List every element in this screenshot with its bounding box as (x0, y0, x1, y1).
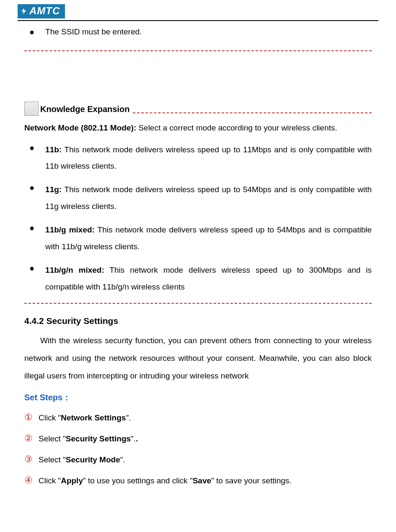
dashed-divider (24, 50, 372, 51)
knowledge-expansion-heading: Knowledge Expansion (24, 102, 372, 116)
step-text: Click "Network Settings". (39, 411, 372, 425)
list-item: ● 11b/g/n mixed: This network mode deliv… (29, 262, 372, 295)
step-1: ① Click "Network Settings". (24, 410, 372, 425)
step-bold: Apply (61, 476, 83, 485)
network-mode-label: Network Mode (802.11 Mode): (24, 123, 136, 132)
set-steps-label: Set Steps： (24, 391, 372, 404)
logo-text: AMTC (29, 5, 60, 16)
header-rule (18, 20, 378, 21)
step-number-icon: ③ (24, 452, 39, 467)
list-item: ● 11b/g mixed: This network mode deliver… (29, 222, 372, 255)
step-3: ③ Select "Security Mode". (24, 452, 372, 467)
bullet-icon: ● (29, 222, 34, 255)
network-mode-intro: Network Mode (802.11 Mode): Select a cor… (24, 122, 372, 134)
bullet-icon: ● (29, 181, 34, 215)
bullet-icon: ● (29, 262, 34, 295)
mode-11b: 11b: This network mode delivers wireless… (45, 141, 372, 175)
page-header: AMTC (0, 0, 396, 20)
list-item: ● 11b: This network mode delivers wirele… (29, 141, 372, 175)
network-mode-list: ● 11b: This network mode delivers wirele… (24, 141, 372, 295)
brand-logo: AMTC (18, 4, 65, 18)
mode-11bg: 11b/g mixed: This network mode delivers … (45, 222, 372, 255)
list-item: ● 11g: This network mode delivers wirele… (29, 181, 372, 215)
dashed-line (133, 112, 372, 113)
step-bold: Network Settings (61, 413, 126, 422)
document-body: ● The SSID must be entered. Knowledge Ex… (0, 26, 396, 488)
step-number-icon: ② (24, 431, 39, 446)
step-bold: Security Mode (66, 455, 120, 464)
ssid-note: ● The SSID must be entered. (24, 26, 372, 38)
step-text: Select "Security Settings".. (39, 432, 372, 446)
step-bold: Security Settings (66, 434, 131, 443)
mode-label: 11g: (45, 185, 62, 194)
mode-label: 11b/g mixed: (45, 225, 95, 234)
step-number-icon: ① (24, 410, 39, 425)
security-intro: With the wireless security function, you… (24, 332, 372, 384)
book-icon (24, 102, 39, 116)
step-2: ② Select "Security Settings".. (24, 431, 372, 446)
bolt-icon (20, 6, 28, 18)
step-number-icon: ④ (24, 473, 39, 488)
mode-label: 11b: (45, 145, 62, 154)
knowledge-title: Knowledge Expansion (40, 102, 129, 116)
section-heading: 4.4.2 Security Settings (24, 314, 372, 328)
network-mode-text: Select a correct mode according to your … (136, 123, 337, 132)
step-text: Select "Security Mode". (39, 453, 372, 467)
step-4: ④ Click "Apply" to use you settings and … (24, 473, 372, 488)
mode-11bgn: 11b/g/n mixed: This network mode deliver… (45, 262, 372, 295)
mode-label: 11b/g/n mixed: (45, 266, 104, 274)
ssid-note-text: The SSID must be entered. (45, 26, 142, 38)
mode-text: This network mode delivers wireless spee… (45, 145, 372, 171)
step-text: Click "Apply" to use you settings and cl… (39, 474, 372, 488)
bullet-icon: ● (29, 141, 34, 175)
steps-list: ① Click "Network Settings". ② Select "Se… (24, 410, 372, 488)
bullet-icon: ● (29, 26, 34, 38)
step-bold: Save (193, 476, 211, 485)
mode-text: This network mode delivers wireless spee… (45, 185, 372, 211)
dashed-divider (24, 303, 372, 304)
mode-11g: 11g: This network mode delivers wireless… (45, 181, 372, 215)
